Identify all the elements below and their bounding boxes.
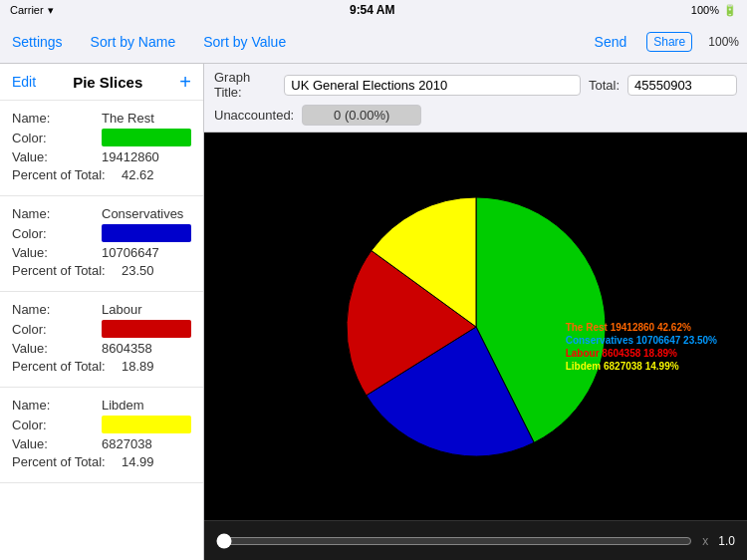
bottom-bar: x 1.0 [204,520,747,560]
send-button[interactable]: Send [591,34,631,50]
status-bar: Carrier ▾ 9:54 AM 100% 🔋 [0,0,747,20]
status-time: 9:54 AM [350,3,395,17]
add-slice-button[interactable]: + [179,72,191,92]
wifi-icon: ▾ [48,4,54,17]
list-item: Name:Conservatives Color: Value:10706647… [0,196,203,292]
list-item: Name:Libdem Color: Value:6827038 Percent… [0,388,203,483]
legend-line: Labour 8604358 18.89% [566,348,717,359]
status-right: 100% 🔋 [691,4,737,17]
left-panel-title: Pie Slices [36,74,179,91]
color-swatch[interactable] [102,416,191,433]
status-left: Carrier ▾ [10,4,54,17]
pie-area: The Rest 19412860 42.62%Conservatives 10… [204,133,747,521]
carrier-label: Carrier [10,4,44,16]
share-button[interactable]: Share [646,32,692,52]
nav-bar: Settings Sort by Name Sort by Value Send… [0,20,747,64]
nav-right: Send Share 100% [591,32,739,52]
title-label: Graph Title: [214,70,276,100]
nav-left: Settings Sort by Name Sort by Value [8,34,290,50]
settings-button[interactable]: Settings [8,34,67,50]
pie-legend: The Rest 19412860 42.62%Conservatives 10… [566,322,717,372]
graph-controls: Graph Title: Total: Unaccounted: [204,64,747,133]
edit-button[interactable]: Edit [12,74,36,90]
list-item: Name:Labour Color: Value:8604358 Percent… [0,292,203,388]
x-label: x [702,534,708,548]
legend-line: Conservatives 10706647 23.50% [566,335,717,346]
list-item: Name:The Rest Color: Value:19412860 Perc… [0,101,203,196]
zoom-value: 1.0 [718,534,735,548]
legend-line: Libdem 6827038 14.99% [566,361,717,372]
title-input[interactable] [284,75,581,96]
sort-by-name-button[interactable]: Sort by Name [87,34,180,50]
zoom-slider[interactable] [216,533,692,549]
unaccounted-input[interactable] [302,105,421,126]
slices-container: Name:The Rest Color: Value:19412860 Perc… [0,101,203,483]
sort-by-value-button[interactable]: Sort by Value [199,34,290,50]
left-panel-header: Edit Pie Slices + [0,64,203,101]
legend-line: The Rest 19412860 42.62% [566,322,717,333]
color-swatch[interactable] [102,320,191,338]
battery-icon: 🔋 [723,4,737,17]
total-input[interactable] [627,75,737,96]
battery-label: 100% [691,4,719,16]
unaccounted-label: Unaccounted: [214,108,294,123]
left-panel: Edit Pie Slices + Name:The Rest Color: V… [0,64,204,560]
color-swatch[interactable] [102,224,191,242]
right-panel: Graph Title: Total: Unaccounted: The Res… [204,64,747,560]
color-swatch[interactable] [102,129,191,146]
total-label: Total: [589,78,620,93]
zoom-level: 100% [708,35,739,49]
